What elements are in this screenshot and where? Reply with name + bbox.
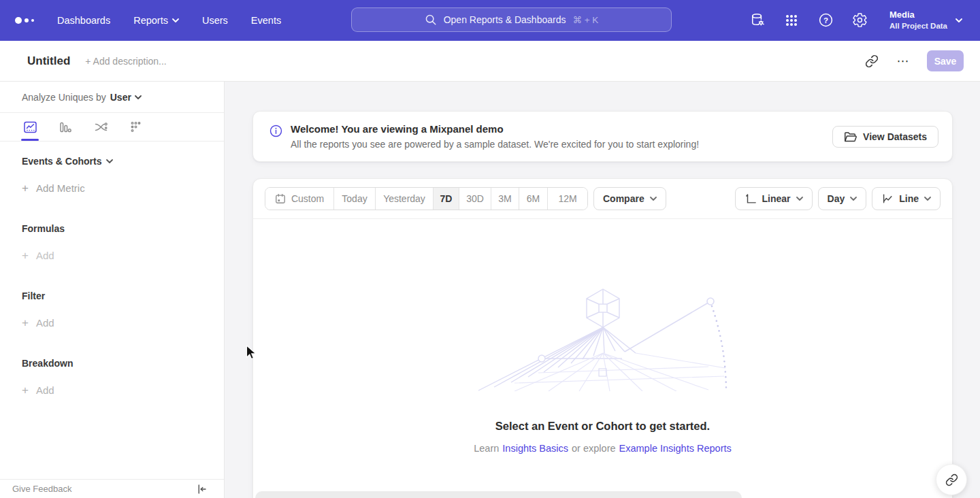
analyze-value-label: User [110, 92, 131, 103]
query-builder-sidebar: Analyze Uniques by User [0, 82, 225, 498]
report-title[interactable]: Untitled [27, 54, 70, 68]
compare-dropdown[interactable]: Compare [593, 187, 666, 210]
time-range-30d[interactable]: 30D [459, 188, 491, 210]
search-placeholder: Open Reports & Dashboards [444, 14, 566, 25]
formulas-section-title: Formulas [22, 223, 224, 234]
mixpanel-logo-icon[interactable] [15, 17, 34, 24]
time-range-label: Custom [291, 193, 324, 204]
sidebar-footer: Give Feedback [0, 479, 224, 498]
time-range-6m[interactable]: 6M [519, 188, 548, 210]
nav-events[interactable]: Events [251, 15, 281, 26]
nav-label: Users [202, 15, 228, 26]
view-datasets-button[interactable]: View Datasets [832, 126, 938, 148]
nav-utilities: ? Media All Project Data [749, 10, 962, 31]
view-datasets-label: View Datasets [863, 131, 927, 142]
empty-state: Select an Event or Cohort to get started… [253, 219, 952, 454]
ellipsis-glyph: ⋯ [897, 58, 910, 65]
folder-icon [844, 131, 857, 143]
section-title-label: Events & Cohorts [22, 156, 101, 167]
events-cohorts-section-title[interactable]: Events & Cohorts [22, 156, 224, 167]
give-feedback-link[interactable]: Give Feedback [12, 484, 71, 494]
time-range-custom[interactable]: Custom [265, 188, 334, 210]
time-range-yesterday[interactable]: Yesterday [376, 188, 434, 210]
collapse-sidebar-icon[interactable] [195, 483, 208, 495]
info-icon [270, 124, 282, 137]
filter-section-title: Filter [22, 290, 224, 301]
nav-label: Dashboards [57, 15, 110, 26]
report-header: Untitled + Add description... ⋯ Save [0, 41, 980, 82]
chevron-down-icon [135, 95, 142, 99]
apps-grid-icon[interactable] [783, 12, 800, 29]
linear-axis-icon [745, 193, 757, 205]
time-range-label: 12M [558, 193, 576, 204]
tab-bar-chart[interactable] [56, 114, 74, 140]
time-range-7d[interactable]: 7D [434, 188, 459, 210]
time-range-label: Today [342, 193, 367, 204]
add-metric-button[interactable]: + Add Metric [22, 182, 224, 194]
nav-dashboards[interactable]: Dashboards [57, 15, 110, 26]
help-icon[interactable]: ? [817, 12, 834, 29]
add-description-field[interactable]: + Add description... [85, 56, 166, 67]
plus-icon: + [22, 386, 29, 395]
chevron-down-icon [796, 197, 803, 201]
chart-controls: Custom Today Yesterday 7D 30D 3M 6M 12M … [253, 179, 952, 219]
more-options-icon[interactable]: ⋯ [896, 54, 911, 69]
top-navbar: Dashboards Reports Users Events Open Rep… [0, 0, 980, 41]
nav-reports[interactable]: Reports [133, 15, 179, 26]
global-search-input[interactable]: Open Reports & Dashboards ⌘ + K [351, 7, 672, 32]
subtitle-text: Learn [474, 443, 499, 454]
plus-icon: + [22, 184, 29, 193]
nav-users[interactable]: Users [202, 15, 228, 26]
chevron-down-icon [650, 197, 657, 201]
chevron-down-icon [924, 197, 931, 201]
share-link-fab[interactable] [936, 464, 967, 495]
search-icon [425, 14, 437, 26]
insights-basics-link[interactable]: Insights Basics [502, 443, 568, 454]
time-range-12m[interactable]: 12M [548, 188, 587, 210]
banner-title: Welcome! You are viewing a Mixpanel demo [291, 123, 699, 135]
chevron-down-icon [106, 159, 113, 163]
example-insights-reports-link[interactable]: Example Insights Reports [619, 443, 732, 454]
plus-icon: + [22, 318, 29, 328]
time-range-today[interactable]: Today [334, 188, 376, 210]
flows-icon [94, 120, 108, 134]
insights-line-chart-icon [23, 120, 37, 134]
add-filter-button[interactable]: + Add [22, 317, 224, 329]
compare-label: Compare [603, 193, 644, 204]
interval-dropdown[interactable]: Day [818, 187, 867, 210]
chevron-down-icon [850, 197, 857, 201]
interval-label: Day [828, 193, 845, 204]
add-formula-button[interactable]: + Add [22, 250, 224, 261]
project-switcher[interactable]: Media All Project Data [889, 10, 962, 31]
chevron-down-icon [956, 18, 962, 22]
time-range-label: Yesterday [383, 193, 425, 204]
empty-state-title: Select an Event or Cohort to get started… [495, 420, 710, 433]
tab-flow-chart[interactable] [92, 114, 110, 140]
chart-type-dropdown[interactable]: Line [872, 187, 941, 210]
add-breakdown-button[interactable]: + Add [22, 384, 224, 396]
time-range-label: 30D [466, 193, 484, 204]
plus-icon: + [22, 251, 29, 261]
project-name: All Project Data [889, 21, 947, 31]
tab-retention-chart[interactable] [127, 114, 145, 140]
tab-insights-chart[interactable] [21, 114, 39, 140]
chevron-down-icon [172, 18, 179, 22]
svg-text:?: ? [823, 16, 828, 24]
copy-link-icon[interactable] [864, 54, 879, 69]
workspace-name: Media [889, 10, 947, 21]
mixpanel-app: Dashboards Reports Users Events Open Rep… [0, 0, 980, 498]
data-management-icon[interactable] [749, 12, 766, 29]
analyze-by-dropdown[interactable]: User [110, 92, 142, 103]
line-chart-icon [881, 193, 894, 205]
welcome-banner: Welcome! You are viewing a Mixpanel demo… [252, 111, 953, 162]
settings-gear-icon[interactable] [851, 12, 868, 29]
nav-label: Reports [133, 15, 168, 26]
chart-type-tabs [0, 113, 224, 142]
time-range-3m[interactable]: 3M [491, 188, 519, 210]
section-title-label: Formulas [22, 223, 65, 234]
retention-dots-icon [129, 120, 143, 134]
search-shortcut: ⌘ + K [572, 14, 598, 25]
report-card: Custom Today Yesterday 7D 30D 3M 6M 12M … [252, 178, 953, 498]
save-button[interactable]: Save [927, 50, 964, 71]
scale-dropdown[interactable]: Linear [735, 187, 813, 210]
